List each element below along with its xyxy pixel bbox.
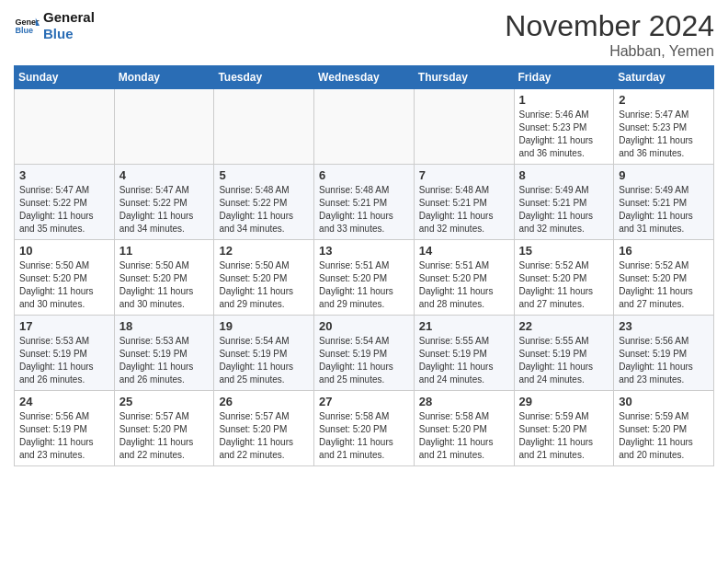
week-row-2: 10Sunrise: 5:50 AMSunset: 5:20 PMDayligh… [15,240,714,316]
day-info: Sunrise: 5:51 AMSunset: 5:20 PMDaylight:… [319,259,409,311]
day-number: 11 [119,244,210,258]
calendar-cell [214,89,314,165]
day-number: 14 [419,244,509,258]
calendar-cell [314,89,415,165]
day-info: Sunrise: 5:50 AMSunset: 5:20 PMDaylight:… [219,259,309,311]
day-number: 19 [219,319,309,333]
day-info: Sunrise: 5:55 AMSunset: 5:19 PMDaylight:… [519,335,609,386]
calendar-cell [15,89,115,165]
calendar-cell: 5Sunrise: 5:48 AMSunset: 5:22 PMDaylight… [214,165,314,240]
day-number: 8 [519,168,609,182]
day-number: 16 [619,244,709,258]
day-number: 6 [319,168,409,182]
week-row-4: 24Sunrise: 5:56 AMSunset: 5:19 PMDayligh… [15,391,714,466]
day-number: 3 [19,168,109,182]
day-info: Sunrise: 5:47 AMSunset: 5:22 PMDaylight:… [19,184,109,236]
day-info: Sunrise: 5:53 AMSunset: 5:19 PMDaylight:… [19,335,109,386]
svg-text:Blue: Blue [15,26,33,35]
day-number: 5 [219,168,309,182]
day-number: 12 [219,244,309,258]
week-row-3: 17Sunrise: 5:53 AMSunset: 5:19 PMDayligh… [15,316,714,391]
calendar-cell: 16Sunrise: 5:52 AMSunset: 5:20 PMDayligh… [614,240,714,316]
day-info: Sunrise: 5:58 AMSunset: 5:20 PMDaylight:… [319,410,409,462]
calendar-cell: 27Sunrise: 5:58 AMSunset: 5:20 PMDayligh… [314,391,415,466]
calendar-cell [114,89,214,165]
day-info: Sunrise: 5:50 AMSunset: 5:20 PMDaylight:… [19,259,109,311]
day-info: Sunrise: 5:59 AMSunset: 5:20 PMDaylight:… [619,410,709,462]
day-number: 28 [419,395,509,408]
header-wednesday: Wednesday [314,66,415,89]
calendar-cell: 15Sunrise: 5:52 AMSunset: 5:20 PMDayligh… [514,240,614,316]
page-header: General Blue General Blue November 2024 … [14,9,714,60]
day-info: Sunrise: 5:54 AMSunset: 5:19 PMDaylight:… [219,335,309,386]
day-number: 30 [619,395,709,408]
day-number: 2 [619,93,709,107]
day-number: 21 [419,319,509,333]
day-info: Sunrise: 5:47 AMSunset: 5:23 PMDaylight:… [619,109,709,160]
day-number: 9 [619,168,709,182]
header-saturday: Saturday [614,66,714,89]
calendar-cell: 3Sunrise: 5:47 AMSunset: 5:22 PMDaylight… [15,165,115,240]
location-title: Habban, Yemen [505,43,714,60]
day-info: Sunrise: 5:51 AMSunset: 5:20 PMDaylight:… [419,259,509,311]
header-tuesday: Tuesday [214,66,314,89]
day-number: 23 [619,319,709,333]
calendar-cell: 22Sunrise: 5:55 AMSunset: 5:19 PMDayligh… [514,316,614,391]
day-info: Sunrise: 5:55 AMSunset: 5:19 PMDaylight:… [419,335,509,386]
calendar-cell: 28Sunrise: 5:58 AMSunset: 5:20 PMDayligh… [414,391,514,466]
calendar-cell: 11Sunrise: 5:50 AMSunset: 5:20 PMDayligh… [114,240,214,316]
header-sunday: Sunday [15,66,115,89]
day-info: Sunrise: 5:52 AMSunset: 5:20 PMDaylight:… [519,259,609,311]
calendar-cell: 19Sunrise: 5:54 AMSunset: 5:19 PMDayligh… [214,316,314,391]
logo-general: General [43,9,95,26]
calendar-cell: 18Sunrise: 5:53 AMSunset: 5:19 PMDayligh… [114,316,214,391]
day-number: 17 [19,319,109,333]
calendar-cell: 6Sunrise: 5:48 AMSunset: 5:21 PMDaylight… [314,165,415,240]
day-number: 24 [19,395,109,408]
day-number: 25 [119,395,210,408]
day-number: 15 [519,244,609,258]
calendar-cell: 14Sunrise: 5:51 AMSunset: 5:20 PMDayligh… [414,240,514,316]
calendar-body: 1Sunrise: 5:46 AMSunset: 5:23 PMDaylight… [15,89,714,466]
calendar-cell: 21Sunrise: 5:55 AMSunset: 5:19 PMDayligh… [414,316,514,391]
calendar-cell: 23Sunrise: 5:56 AMSunset: 5:19 PMDayligh… [614,316,714,391]
calendar-cell: 26Sunrise: 5:57 AMSunset: 5:20 PMDayligh… [214,391,314,466]
logo-blue: Blue [43,26,95,42]
week-row-1: 3Sunrise: 5:47 AMSunset: 5:22 PMDaylight… [15,165,714,240]
calendar-cell: 9Sunrise: 5:49 AMSunset: 5:21 PMDaylight… [614,165,714,240]
day-info: Sunrise: 5:47 AMSunset: 5:22 PMDaylight:… [119,184,210,236]
header-thursday: Thursday [414,66,514,89]
logo-icon: General Blue [14,13,40,39]
calendar-cell: 12Sunrise: 5:50 AMSunset: 5:20 PMDayligh… [214,240,314,316]
calendar-table: SundayMondayTuesdayWednesdayThursdayFrid… [14,65,714,466]
day-number: 10 [19,244,109,258]
day-number: 7 [419,168,509,182]
calendar-cell: 29Sunrise: 5:59 AMSunset: 5:20 PMDayligh… [514,391,614,466]
calendar-header: SundayMondayTuesdayWednesdayThursdayFrid… [15,66,714,89]
calendar-cell: 2Sunrise: 5:47 AMSunset: 5:23 PMDaylight… [614,89,714,165]
day-number: 29 [519,395,609,408]
day-number: 13 [319,244,409,258]
title-area: November 2024 Habban, Yemen [505,9,714,60]
day-info: Sunrise: 5:59 AMSunset: 5:20 PMDaylight:… [519,410,609,462]
calendar-cell: 7Sunrise: 5:48 AMSunset: 5:21 PMDaylight… [414,165,514,240]
day-info: Sunrise: 5:57 AMSunset: 5:20 PMDaylight:… [219,410,309,462]
header-friday: Friday [514,66,614,89]
calendar-cell: 25Sunrise: 5:57 AMSunset: 5:20 PMDayligh… [114,391,214,466]
day-info: Sunrise: 5:54 AMSunset: 5:19 PMDaylight:… [319,335,409,386]
day-info: Sunrise: 5:57 AMSunset: 5:20 PMDaylight:… [119,410,210,462]
day-info: Sunrise: 5:46 AMSunset: 5:23 PMDaylight:… [519,109,609,160]
day-info: Sunrise: 5:50 AMSunset: 5:20 PMDaylight:… [119,259,210,311]
calendar-cell: 4Sunrise: 5:47 AMSunset: 5:22 PMDaylight… [114,165,214,240]
calendar-cell: 30Sunrise: 5:59 AMSunset: 5:20 PMDayligh… [614,391,714,466]
day-info: Sunrise: 5:49 AMSunset: 5:21 PMDaylight:… [519,184,609,236]
calendar-cell: 24Sunrise: 5:56 AMSunset: 5:19 PMDayligh… [15,391,115,466]
calendar-cell: 13Sunrise: 5:51 AMSunset: 5:20 PMDayligh… [314,240,415,316]
day-info: Sunrise: 5:56 AMSunset: 5:19 PMDaylight:… [19,410,109,462]
day-info: Sunrise: 5:53 AMSunset: 5:19 PMDaylight:… [119,335,210,386]
calendar-cell: 1Sunrise: 5:46 AMSunset: 5:23 PMDaylight… [514,89,614,165]
calendar-cell [414,89,514,165]
day-info: Sunrise: 5:58 AMSunset: 5:20 PMDaylight:… [419,410,509,462]
week-row-0: 1Sunrise: 5:46 AMSunset: 5:23 PMDaylight… [15,89,714,165]
calendar-cell: 8Sunrise: 5:49 AMSunset: 5:21 PMDaylight… [514,165,614,240]
